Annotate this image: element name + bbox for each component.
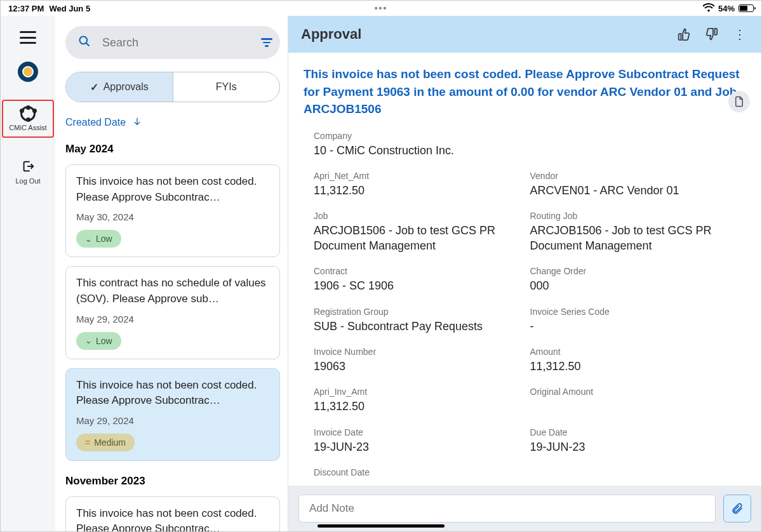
field-value: 19063	[314, 359, 523, 374]
svg-point-0	[80, 36, 88, 44]
field-value: ARCVEN01 - ARC Vendor 01	[530, 183, 740, 198]
field-label: Original Amount	[530, 387, 747, 397]
field-value: 1906 - SC 1906	[314, 279, 523, 293]
priority-badge: Low	[76, 332, 121, 350]
attach-note-button[interactable]	[723, 495, 751, 522]
field-label: Routing Job	[530, 211, 747, 221]
field-value: ARCJOB1506 - Job to test GCS PR Document…	[314, 223, 523, 253]
field-label: Company	[314, 131, 746, 141]
tab-approvals[interactable]: ✓ Approvals	[66, 72, 173, 102]
field-value: 19-JUN-23	[314, 440, 523, 455]
attachment-button[interactable]	[728, 91, 750, 112]
avatar[interactable]	[18, 62, 38, 82]
search-input[interactable]	[102, 36, 250, 50]
detail-pane: Approval ⋮ This invoice has not been cos…	[288, 16, 761, 531]
field-value: 10 - CMiC Construction Inc.	[314, 143, 523, 158]
detail-body: This invoice has not been cost coded. Pl…	[288, 53, 761, 486]
list-item[interactable]: This invoice has not been cost coded. Pl…	[65, 164, 280, 257]
list-item-date: May 29, 2024	[76, 415, 269, 426]
priority-badge: Low	[76, 230, 121, 248]
grab-dots-icon: •••	[375, 3, 388, 13]
month-header: May 2024	[65, 143, 280, 156]
sidebar-item-logout[interactable]: Log Out	[14, 156, 41, 189]
tab-fyis[interactable]: FYIs	[173, 72, 280, 102]
field-label: Invoice Number	[314, 347, 530, 357]
arrow-down-icon	[132, 116, 142, 129]
filter-icon[interactable]	[261, 38, 272, 47]
subject-text: This invoice has not been cost coded. Pl…	[304, 65, 742, 118]
field-label: Registration Group	[314, 307, 530, 317]
tabs: ✓ Approvals FYIs	[65, 72, 280, 102]
field-label: Amount	[530, 347, 747, 357]
field-value: 11,312.50	[314, 399, 523, 414]
sort-label: Created Date	[65, 117, 126, 128]
list-item[interactable]: This invoice has not been cost coded. Pl…	[65, 368, 280, 461]
home-indicator	[318, 524, 444, 528]
list-item[interactable]: This invoice has not been cost coded. Pl…	[65, 496, 280, 531]
sidebar-item-label: Log Out	[15, 177, 40, 185]
field-value: 11,312.50	[314, 183, 523, 198]
wifi-icon	[703, 3, 714, 14]
field-value: 000	[530, 279, 740, 293]
menu-icon[interactable]	[20, 31, 36, 44]
field-label: Vendor	[530, 171, 747, 181]
sort-control[interactable]: Created Date	[65, 116, 280, 129]
detail-header: Approval ⋮	[288, 16, 761, 53]
note-input[interactable]	[298, 495, 716, 522]
sidebar: CMiC Assist Log Out	[1, 16, 55, 531]
field-value: 11,312.50	[530, 359, 740, 374]
field-label: Due Date	[530, 427, 747, 437]
sidebar-item-cmic-assist[interactable]: CMiC Assist	[2, 100, 54, 138]
thumbs-down-button[interactable]	[703, 25, 721, 43]
status-date: Wed Jun 5	[49, 4, 90, 13]
status-bar: 12:37 PM Wed Jun 5 ••• 54%	[1, 1, 761, 16]
field-label: Job	[314, 211, 530, 221]
field-value: -	[530, 319, 740, 334]
search-bar[interactable]	[65, 26, 280, 59]
page-title: Approval	[301, 26, 665, 43]
more-icon[interactable]: ⋮	[731, 25, 749, 43]
field-label: Invoice Series Code	[530, 307, 747, 317]
field-value: SUB - Subcontract Pay Requests	[314, 319, 523, 334]
field-label: Apri_Inv_Amt	[314, 387, 530, 397]
assist-icon	[20, 106, 36, 121]
field-label: Apri_Net_Amt	[314, 171, 530, 181]
logout-icon	[21, 159, 35, 175]
field-label: Invoice Date	[314, 427, 530, 437]
thumbs-up-button[interactable]	[675, 25, 693, 43]
check-icon: ✓	[90, 81, 98, 93]
month-header: November 2023	[65, 475, 280, 488]
sidebar-item-label: CMiC Assist	[9, 124, 46, 131]
list-item-date: May 30, 2024	[76, 211, 269, 222]
list-item-date: May 29, 2024	[76, 314, 269, 324]
list-item-title: This invoice has not been cost coded. Pl…	[76, 174, 269, 205]
field-value: ARCJOB1506 - Job to test GCS PR Document…	[530, 223, 740, 253]
list-item-title: This contract has no schedule of values …	[76, 276, 269, 307]
field-label: Change Order	[530, 266, 747, 276]
tab-label: FYIs	[216, 81, 237, 93]
list-item-title: This invoice has not been cost coded. Pl…	[76, 506, 269, 531]
priority-badge: Medium	[76, 434, 135, 451]
battery-percent: 54%	[718, 4, 735, 13]
list-item[interactable]: This contract has no schedule of values …	[65, 266, 280, 359]
search-icon	[78, 35, 91, 51]
battery-icon	[739, 4, 754, 12]
list-pane: ✓ Approvals FYIs Created Date May 2024 T…	[55, 16, 288, 531]
field-value: 19-JUN-23	[530, 440, 740, 455]
field-label: Contract	[314, 266, 530, 276]
status-time: 12:37 PM	[8, 4, 44, 13]
tab-label: Approvals	[104, 81, 149, 93]
field-label: Discount Date	[314, 467, 746, 477]
list-item-title: This invoice has not been cost coded. Pl…	[76, 378, 269, 409]
